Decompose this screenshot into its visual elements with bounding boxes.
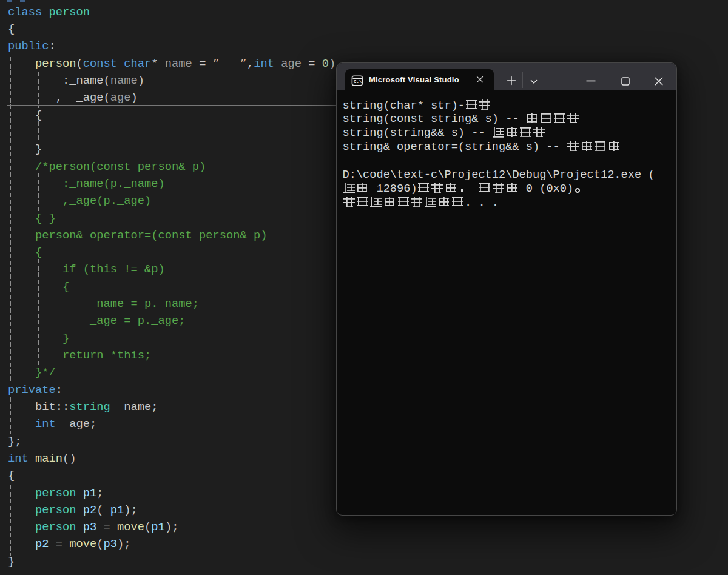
svg-text:C:\: C:\ (354, 79, 362, 84)
